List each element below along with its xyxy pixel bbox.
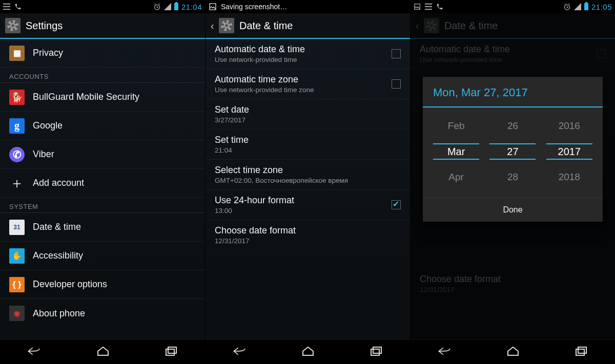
status-bar: 21:05 [411,0,615,13]
privacy-icon: ▦ [9,46,25,61]
svg-rect-6 [210,4,216,10]
svg-rect-11 [425,6,432,7]
sublabel: Use network-provided time zone [215,86,383,94]
svg-rect-2 [3,9,10,10]
item-bullguard[interactable]: 🐕 BullGuard Mobile Security [0,83,205,112]
item-date-format[interactable]: Choose date format 12/31/2017 [206,220,410,250]
picker-prev[interactable]: 26 [507,118,518,134]
svg-rect-7 [371,349,379,355]
label: Automatic time zone [215,74,383,85]
checkbox[interactable] [392,49,401,58]
nav-recent[interactable] [574,345,588,359]
picker-selected[interactable]: 27 [489,143,536,160]
toast-text: Saving screenshot… [221,3,287,11]
item-privacy[interactable]: ▦ Privacy [0,39,205,68]
panel-date-time: Saving screenshot… ‹ Date & time Automat… [205,0,410,364]
nav-home[interactable] [96,345,110,359]
nav-bar [206,339,410,364]
nav-bar [0,339,205,364]
dialog-title: Mon, Mar 27, 2017 [423,77,603,108]
nav-bar [411,339,615,364]
sublabel: 12/31/2017 [215,237,401,245]
nav-home[interactable] [506,345,520,359]
label: Accessibility [33,250,196,261]
nav-back[interactable] [232,345,248,359]
label: Select time zone [215,165,401,176]
item-add-account[interactable]: ＋ Add account [0,169,205,198]
item-set-time[interactable]: Set time 21:04 [206,130,410,160]
picker-prev[interactable]: Feb [448,118,465,134]
calendar-icon: 31 [9,220,25,235]
sublabel: 3/27/2017 [215,116,401,124]
svg-rect-15 [578,347,586,353]
label: Set date [215,104,401,115]
nav-back[interactable] [437,345,453,359]
item-accessibility[interactable]: ✋ Accessibility [0,242,205,270]
page-title: Date & time [239,20,293,32]
picker-prev[interactable]: 2016 [559,118,580,134]
settings-app-icon[interactable] [219,18,234,33]
phone-icon [14,3,22,10]
item-auto-datetime[interactable]: Automatic date & time Use network-provid… [206,39,410,69]
section-system: SYSTEM [0,198,205,213]
picker-body: Feb Mar Apr 26 27 28 2016 2017 2018 [423,108,603,198]
label: Choose date format [215,225,401,236]
svg-rect-9 [415,4,420,10]
item-select-timezone[interactable]: Select time zone GMT+02:00, Восточноевро… [206,160,410,190]
bullguard-icon: 🐕 [9,90,25,105]
battery-icon [584,3,588,10]
date-picker-dialog: Mon, Mar 27, 2017 Feb Mar Apr 26 27 28 2… [423,77,603,222]
nav-recent[interactable] [369,345,383,359]
viber-icon: ✆ [9,147,25,162]
nav-home[interactable] [301,345,315,359]
svg-rect-14 [576,349,584,355]
status-bar: 21:04 [0,0,205,13]
label: Use 24-hour format [215,195,383,206]
item-24h-format[interactable]: Use 24-hour format 13:00 [206,190,410,220]
picker-next[interactable]: Apr [448,169,464,185]
picker-day[interactable]: 26 27 28 [489,118,536,185]
phone-icon [436,3,443,10]
action-bar: ‹ Date & time [206,13,410,39]
svg-rect-5 [168,347,176,353]
checkbox[interactable] [392,79,401,89]
status-bar: Saving screenshot… [206,0,410,13]
done-button[interactable]: Done [423,198,603,222]
item-developer[interactable]: { } Developer options [0,270,205,299]
page-title: Settings [26,20,63,32]
picker-next[interactable]: 28 [507,169,518,185]
signal-icon [164,3,171,10]
item-set-date[interactable]: Set date 3/27/2017 [206,99,410,130]
svg-rect-0 [3,4,10,5]
svg-rect-4 [166,349,174,355]
label: Privacy [33,48,196,58]
settings-list: ▦ Privacy ACCOUNTS 🐕 BullGuard Mobile Se… [0,39,205,339]
braces-icon: { } [9,277,25,292]
item-google[interactable]: g Google [0,112,205,140]
image-icon [414,3,421,10]
label: Add account [33,178,196,188]
item-date-time[interactable]: 31 Date & time [0,213,205,242]
label: Google [33,120,196,131]
item-about[interactable]: ◉ About phone [0,299,205,328]
label: Viber [33,149,196,160]
picker-next[interactable]: 2018 [559,169,580,185]
picker-selected[interactable]: 2017 [546,143,592,160]
label: Set time [215,135,401,145]
section-accounts: ACCOUNTS [0,68,205,83]
picker-year[interactable]: 2016 2017 2018 [546,118,592,185]
list-icon [425,3,432,10]
sublabel: 13:00 [215,207,383,215]
plus-icon: ＋ [10,174,24,193]
nav-back[interactable] [27,345,42,359]
settings-app-icon[interactable] [5,18,20,33]
picker-selected[interactable]: Mar [433,143,479,160]
item-viber[interactable]: ✆ Viber [0,140,205,169]
back-chevron-icon[interactable]: ‹ [211,20,216,32]
checkbox[interactable] [392,200,401,209]
picker-month[interactable]: Feb Mar Apr [433,118,479,185]
alarm-icon [153,3,161,11]
svg-rect-1 [3,6,10,7]
nav-recent[interactable] [164,345,178,359]
item-auto-timezone[interactable]: Automatic time zone Use network-provided… [206,69,410,99]
